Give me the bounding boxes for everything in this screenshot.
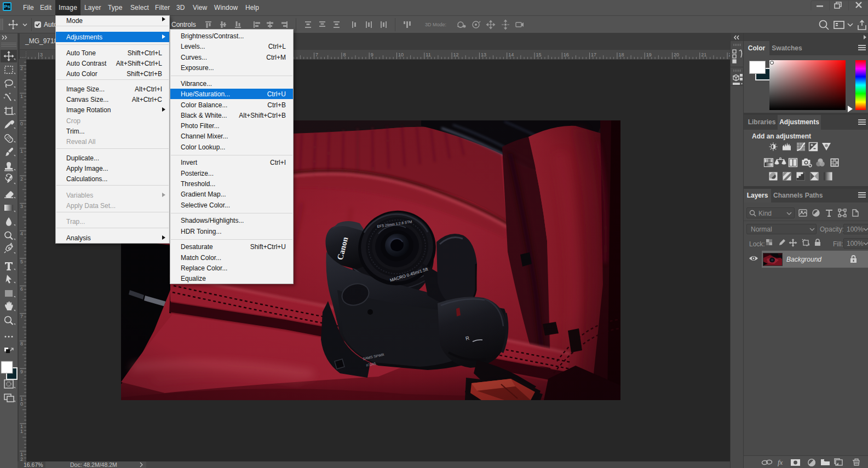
svg-text:13: 13 <box>481 52 486 57</box>
svg-text:12: 12 <box>453 52 459 57</box>
svg-text:2: 2 <box>20 457 23 461</box>
svg-text:1: 1 <box>20 94 23 99</box>
svg-text:21: 21 <box>701 52 706 57</box>
svg-text:10: 10 <box>398 52 404 57</box>
svg-text:2: 2 <box>20 176 23 182</box>
svg-text:14: 14 <box>508 52 514 57</box>
svg-text:11: 11 <box>426 52 430 57</box>
svg-text:18: 18 <box>618 52 624 57</box>
svg-text:19: 19 <box>646 52 652 57</box>
svg-text:7: 7 <box>315 52 318 57</box>
svg-text:0: 0 <box>20 401 23 407</box>
svg-text:9: 9 <box>371 52 373 57</box>
svg-text:fx: fx <box>778 458 783 466</box>
svg-text:20: 20 <box>674 52 679 57</box>
svg-text:9: 9 <box>20 369 23 374</box>
svg-text:3D Mode:: 3D Mode: <box>425 22 446 27</box>
svg-text:0: 0 <box>20 121 23 126</box>
svg-text:Controls: Controls <box>171 21 196 28</box>
svg-text:1: 1 <box>20 429 23 434</box>
svg-text:8: 8 <box>20 341 23 346</box>
svg-text:4: 4 <box>20 231 23 236</box>
svg-text:3: 3 <box>20 204 23 209</box>
svg-text:16: 16 <box>564 52 569 57</box>
svg-text:15: 15 <box>536 52 542 57</box>
svg-text:2: 2 <box>20 66 23 71</box>
svg-text:3: 3 <box>40 52 43 57</box>
svg-text:1: 1 <box>20 148 23 154</box>
svg-text:7: 7 <box>20 314 23 319</box>
svg-text:6: 6 <box>20 286 23 292</box>
svg-text:17: 17 <box>591 52 596 57</box>
svg-text:5: 5 <box>20 259 23 264</box>
svg-text:8: 8 <box>343 52 346 57</box>
